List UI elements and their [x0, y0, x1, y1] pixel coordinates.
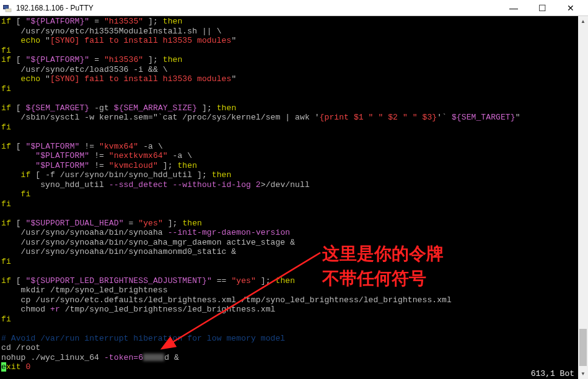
txt: ": [516, 113, 520, 122]
txt: ==: [212, 276, 232, 285]
txt: ];: [143, 17, 163, 26]
kw-fi: fi: [21, 190, 31, 199]
txt: [: [11, 103, 26, 113]
txt: [1, 151, 35, 160]
txt: /usr/syno/synoaha/bin/syno_aha_mgr_daemo…: [1, 238, 295, 247]
kw-then: then: [177, 161, 197, 170]
window-title: 192.168.1.106 - PuTTY: [16, 4, 499, 12]
scrollbar-up-button[interactable]: ▲: [578, 16, 588, 27]
txt: [: [11, 219, 26, 228]
kw-fi: fi: [1, 123, 11, 132]
str: "nextkvmx64": [109, 151, 168, 160]
txt: /usr/syno/synoaha/bin/synoaha: [1, 228, 168, 237]
kw-exit: xit: [6, 362, 26, 372]
txt: [1, 190, 21, 199]
kw-if: if: [1, 142, 11, 151]
svg-rect-1: [6, 9, 11, 12]
txt: -a \: [168, 151, 193, 160]
txt: ];: [158, 161, 178, 170]
var: "$PLATFORM": [35, 151, 89, 160]
kw-then: then: [212, 170, 232, 180]
txt: syno_hdd_util: [1, 180, 109, 190]
window-titlebar[interactable]: 192.168.1.106 - PuTTY — ☐ ✕: [0, 0, 588, 16]
vim-statusbar: 613,1 Bot: [529, 369, 577, 378]
cursor: e: [1, 362, 6, 372]
callout-line2: 不带任何符号: [322, 266, 444, 291]
scrollbar-down-button[interactable]: ▼: [578, 368, 588, 379]
txt: -gt: [89, 103, 114, 113]
str: "hi3535": [104, 17, 143, 26]
txt: >/dev/null: [261, 180, 310, 190]
var: "$PLATFORM": [26, 142, 80, 151]
txt: -a \: [138, 142, 163, 151]
txt: !=: [89, 151, 109, 160]
txt: /usr/syno/etc/load3536 -i && \: [1, 65, 168, 74]
opt: -token=6: [104, 353, 143, 362]
var: "${PLATFORM}": [26, 55, 90, 64]
kw-fi: fi: [1, 46, 11, 55]
kw-if: if: [21, 170, 31, 180]
var: ${SEM_TARGET}: [452, 113, 516, 122]
txt: nohup ./wyc_linux_64: [1, 353, 104, 362]
var: ${SEM_ARRAY_SIZE}: [114, 103, 197, 113]
opt: --ssd_detect --without-id-log 2: [109, 180, 261, 190]
minimize-button[interactable]: —: [499, 0, 528, 16]
cursor-position: 613,1: [531, 369, 555, 378]
var: ${SEM_TARGET}: [26, 103, 90, 113]
txt: [: [11, 142, 26, 151]
str: "kvmx64": [99, 142, 138, 151]
kw-if: if: [1, 103, 11, 113]
txt: cp /usr/syno/etc.defaults/led_brightness…: [1, 295, 452, 305]
txt: !=: [79, 142, 99, 151]
svg-rect-2: [4, 6, 8, 9]
txt: !=: [89, 161, 109, 170]
str: {print $1 " " $2 " " $3}: [320, 113, 437, 122]
var: "$SUPPORT_DUAL_HEAD": [26, 219, 124, 228]
txt: /tmp/syno_led_brightness/led_brightness.…: [60, 305, 276, 314]
kw-fi: fi: [1, 199, 11, 209]
maximize-button[interactable]: ☐: [528, 0, 556, 16]
txt: chmod: [1, 305, 50, 314]
txt: ];: [197, 103, 217, 113]
kw-fi: fi: [1, 84, 11, 94]
str: "yes": [231, 276, 256, 285]
token-blurred: [143, 354, 164, 361]
kw-if: if: [1, 17, 11, 26]
comment: # Avoid /var/run interrupt hiberation fo…: [1, 334, 285, 343]
close-button[interactable]: ✕: [556, 0, 585, 16]
scrollbar[interactable]: ▲ ▼: [578, 16, 588, 379]
txt: =: [89, 17, 104, 26]
kw-then: then: [182, 219, 202, 228]
txt: /sbin/sysctl -w kernel.sem="`cat /proc/s…: [1, 113, 320, 122]
scrollbar-track[interactable]: [578, 27, 588, 368]
scroll-position: Bot: [560, 369, 574, 378]
txt: [: [11, 276, 26, 285]
kw-then: then: [217, 103, 237, 113]
txt: [: [11, 17, 26, 26]
str: [SYNO] fail to install hi3536 modules: [50, 74, 231, 84]
txt: [1, 36, 21, 45]
kw-echo: echo: [21, 74, 41, 84]
terminal-output[interactable]: if [ "${PLATFORM}" = "hi3535" ]; then /u…: [0, 16, 588, 379]
kw-fi: fi: [1, 315, 11, 324]
txt: ": [40, 74, 50, 84]
opt: +r: [50, 305, 60, 314]
txt: =: [89, 55, 104, 64]
txt: =: [124, 219, 139, 228]
txt: ];: [256, 276, 276, 285]
kw-then: then: [276, 276, 296, 285]
txt: cd /root: [1, 343, 40, 352]
txt: /usr/syno/etc/hi3535ModuleInstall.sh || …: [1, 27, 222, 36]
kw-if: if: [1, 55, 11, 64]
txt: [1, 161, 35, 170]
txt: ];: [143, 55, 163, 64]
scrollbar-thumb[interactable]: [579, 329, 587, 366]
str: [SYNO] fail to install hi3535 modules: [50, 36, 231, 45]
callout-annotation: 这里是你的令牌 不带任何符号: [322, 242, 444, 291]
txt: ];: [163, 219, 183, 228]
opt: --init-mgr-daemon-version: [168, 228, 291, 237]
txt: [ -f /usr/syno/bin/syno_hdd_util ];: [30, 170, 211, 180]
txt: ": [231, 36, 236, 45]
kw-then: then: [163, 17, 183, 26]
str: "kvmcloud": [109, 161, 158, 170]
